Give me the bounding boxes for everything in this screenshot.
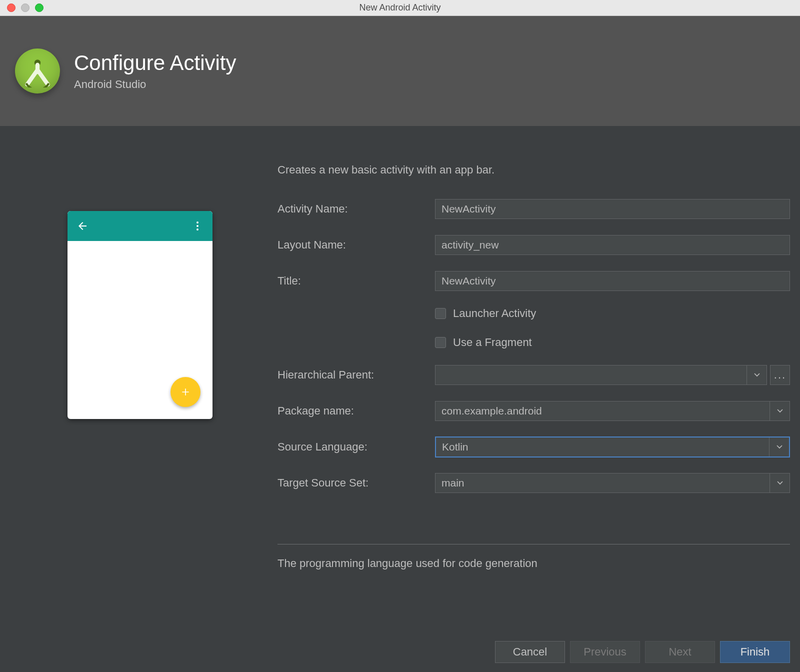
launcher-checkbox-label: Launcher Activity — [453, 307, 536, 320]
activity-name-input[interactable] — [435, 199, 790, 219]
layout-name-input[interactable] — [435, 235, 790, 255]
package-name-label: Package name: — [278, 404, 435, 418]
target-source-set-combo[interactable]: main — [435, 473, 790, 493]
chevron-down-icon[interactable] — [770, 402, 790, 420]
target-source-set-label: Target Source Set: — [278, 476, 435, 490]
preview-appbar — [68, 211, 212, 241]
form-description: Creates a new basic activity with an app… — [278, 164, 494, 176]
hierarchical-parent-browse-button[interactable]: ... — [770, 365, 790, 385]
activity-preview — [68, 211, 212, 419]
overflow-menu-icon — [192, 220, 204, 232]
source-language-value: Kotlin — [436, 441, 769, 453]
svg-point-2 — [196, 225, 198, 227]
window-title: New Android Activity — [0, 2, 800, 13]
fragment-checkbox[interactable] — [435, 337, 446, 348]
cancel-button[interactable]: Cancel — [495, 641, 565, 663]
hierarchical-parent-label: Hierarchical Parent: — [278, 368, 435, 382]
launcher-checkbox[interactable] — [435, 308, 446, 319]
finish-button[interactable]: Finish — [720, 641, 790, 663]
chevron-down-icon[interactable] — [770, 474, 790, 492]
fab-plus-icon — [170, 377, 200, 407]
package-name-combo[interactable]: com.example.android — [435, 401, 790, 421]
content: Creates a new basic activity with an app… — [0, 126, 800, 672]
previous-button[interactable]: Previous — [570, 641, 640, 663]
back-arrow-icon — [76, 220, 88, 232]
wizard-footer: Cancel Previous Next Finish — [495, 641, 790, 663]
source-language-combo[interactable]: Kotlin — [435, 436, 790, 458]
source-language-label: Source Language: — [278, 440, 435, 454]
android-studio-logo-icon — [15, 48, 60, 94]
page-subtitle: Android Studio — [74, 78, 236, 91]
package-name-value: com.example.android — [436, 405, 770, 417]
chevron-down-icon[interactable] — [746, 366, 766, 384]
title-label: Title: — [278, 274, 435, 288]
fragment-checkbox-label: Use a Fragment — [453, 336, 532, 349]
title-input[interactable] — [435, 271, 790, 291]
target-source-set-value: main — [436, 477, 770, 489]
next-button[interactable]: Next — [645, 641, 715, 663]
hierarchical-parent-combo[interactable] — [435, 365, 767, 385]
separator — [278, 544, 790, 544]
layout-name-label: Layout Name: — [278, 238, 435, 252]
chevron-down-icon[interactable] — [769, 438, 789, 456]
svg-point-3 — [196, 228, 198, 230]
page-title: Configure Activity — [74, 51, 236, 75]
activity-name-label: Activity Name: — [278, 202, 435, 216]
help-text: The programming language used for code g… — [278, 557, 538, 570]
titlebar: New Android Activity — [0, 0, 800, 16]
header: Configure Activity Android Studio — [0, 16, 800, 126]
svg-point-1 — [196, 222, 198, 224]
